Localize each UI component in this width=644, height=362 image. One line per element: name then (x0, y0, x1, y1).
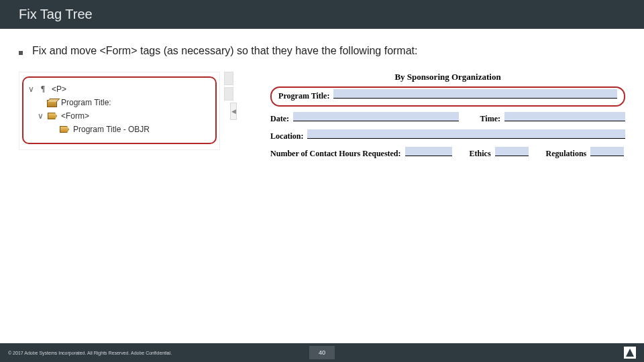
label-ethics: Ethics (470, 149, 491, 159)
field-highlight (405, 147, 452, 156)
tag-tree-figure: ∨ ¶ <P> Program Title: ∨ < (19, 72, 237, 150)
label-date: Date: (270, 114, 289, 124)
label-location: Location: (270, 131, 303, 141)
tag-icon (48, 113, 57, 119)
panel-scroll-stubs (224, 72, 235, 101)
label-hours: Number of Contact Hours Requested: (270, 149, 400, 159)
label-time: Time: (480, 114, 500, 124)
chevron-down-icon[interactable]: ∨ (28, 84, 34, 94)
slide-footer: © 2017 Adobe Systems Incorporated. All R… (0, 343, 644, 362)
box-icon (46, 99, 57, 107)
stub (224, 72, 233, 85)
footer-page-number: 40 (309, 346, 335, 359)
field-highlight (590, 147, 624, 156)
field-program-title[interactable] (333, 90, 617, 99)
slide: { "title": "Fix Tag Tree", "bullet": "Fi… (0, 0, 644, 362)
row-hours: Number of Contact Hours Requested: Ethic… (270, 148, 625, 159)
tree-node-label: <Form> (61, 111, 89, 121)
label-regulations: Regulations (546, 149, 587, 159)
field-ethics[interactable] (495, 148, 529, 156)
field-highlight (495, 147, 529, 156)
adobe-logo-icon (624, 347, 636, 359)
tree-node-p[interactable]: ∨ ¶ <P> (28, 82, 211, 96)
slide-title: Fix Tag Tree (0, 0, 644, 29)
field-highlight (504, 112, 625, 121)
tag-tree-highlight-box: ∨ ¶ <P> Program Title: ∨ < (22, 76, 217, 144)
bullet-icon (19, 51, 23, 55)
field-date[interactable] (293, 113, 458, 121)
field-regulations[interactable] (590, 148, 624, 156)
bullet-text: Fix and move <Form> tags (as necessary) … (32, 45, 417, 57)
form-heading: By Sponsoring Organization (270, 72, 625, 82)
field-location[interactable] (307, 131, 625, 139)
row-location: Location: (270, 131, 625, 141)
bullet-item: Fix and move <Form> tags (as necessary) … (19, 45, 625, 57)
row-date-time: Date: Time: (270, 113, 625, 124)
program-title-row-circled: Program Title: (270, 86, 625, 107)
tag-tree-panel: ∨ ¶ <P> Program Title: ∨ < (19, 72, 220, 150)
field-time[interactable] (504, 113, 625, 121)
field-highlight (333, 89, 617, 98)
tree-node-label: <P> (52, 84, 66, 94)
chevron-down-icon[interactable]: ∨ (37, 111, 44, 121)
tree-node-objr[interactable]: Program Title - OBJR (28, 123, 211, 136)
footer-copyright: © 2017 Adobe Systems Incorporated. All R… (8, 351, 172, 355)
label-program-title: Program Title: (278, 91, 329, 101)
paragraph-icon: ¶ (38, 84, 48, 94)
field-hours[interactable] (405, 148, 452, 156)
slide-body: Fix and move <Form> tags (as necessary) … (0, 29, 644, 166)
tree-node-label: Program Title - OBJR (73, 125, 150, 134)
field-highlight (307, 129, 625, 138)
form-preview-figure: By Sponsoring Organization Program Title… (270, 72, 625, 166)
tree-node-label: Program Title: (61, 98, 111, 107)
tag-icon (60, 126, 69, 133)
field-highlight (293, 112, 458, 121)
panel-collapse-handle[interactable]: ◀ (230, 103, 237, 120)
tree-node-program-title[interactable]: Program Title: (28, 96, 211, 109)
stub (224, 87, 233, 101)
tree-node-form[interactable]: ∨ <Form> (28, 109, 211, 123)
